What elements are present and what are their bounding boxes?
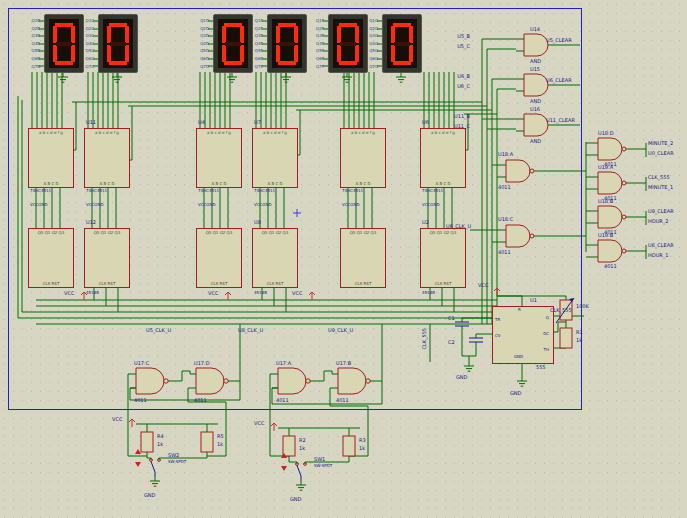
switch-sw2[interactable]	[135, 449, 160, 477]
net-label: U6_CLK_U	[446, 223, 471, 229]
switch-value: SW-SPDT	[314, 463, 332, 468]
net-label: U5_CLK_U	[146, 327, 171, 333]
net-label: U11_C	[442, 123, 470, 129]
net-label: MINUTE_1	[648, 184, 673, 190]
hidden-power-pins-label: VCCGND	[198, 202, 216, 207]
schematic-canvas[interactable]: Q1B Q2B Q3B Q4B Q5B Q6B Q7B Q1C Q2C Q3C …	[0, 0, 687, 518]
gate-ref: U18:A	[498, 151, 513, 157]
resistor-r2[interactable]	[283, 436, 295, 456]
ic-pin-row: A B C D	[85, 181, 129, 186]
seven-segment-display-2[interactable]	[98, 14, 138, 73]
nand-gate-u18b[interactable]	[590, 206, 638, 228]
gate-ref: U19:B	[598, 232, 613, 238]
nand-gate-u19b[interactable]	[590, 240, 638, 262]
gate-ref: U17:D	[194, 360, 210, 366]
ic-decoder-6[interactable]: a b c d e f gA B C D	[420, 128, 466, 188]
potentiometer-value: 100K	[576, 303, 589, 309]
gate-value: 4011	[498, 249, 511, 255]
ic-pin-row: A B C D	[341, 181, 385, 186]
gate-ref: U14	[530, 26, 540, 32]
ic-pin-row: Q0 Q1 Q2 Q3	[421, 230, 465, 235]
ic-counter-3[interactable]: Q0 Q1 Q2 Q3CLK RST	[196, 228, 242, 288]
ic-pin-row: Q0 Q1 Q2 Q3	[253, 230, 297, 235]
digit-zero-icon	[274, 21, 300, 67]
decoder-value: 74HC4511	[86, 188, 107, 193]
net-label: U11_CLEAR	[546, 117, 575, 123]
vcc-label: VCC	[478, 282, 488, 288]
vcc-label: VCC	[254, 420, 264, 426]
ic-pin-row: CLK RST	[197, 281, 241, 286]
ic-pin-row: a b c d e f g	[341, 130, 385, 135]
gate-ref: U17:C	[134, 360, 149, 366]
ic-decoder-1[interactable]: a b c d e f gA B C D	[28, 128, 74, 188]
display-screen	[103, 19, 133, 68]
ic-pin-row: CLK RST	[29, 281, 73, 286]
vcc-label: VCC	[64, 290, 74, 296]
net-label: U6_CLEAR	[546, 77, 572, 83]
timer-pins-right: Q DC TH	[531, 310, 549, 358]
gate-value: AND	[530, 58, 541, 64]
ic-counter-6[interactable]: Q0 Q1 Q2 Q3CLK RST	[420, 228, 466, 288]
nand-gate-u18a[interactable]	[498, 160, 546, 182]
nand-gate-u17c[interactable]	[130, 368, 178, 394]
nand-gate-u18d[interactable]	[590, 138, 638, 160]
ic-pin-row: A B C D	[197, 181, 241, 186]
ic-decoder-4[interactable]: a b c d e f gA B C D	[252, 128, 298, 188]
gate-value: 4011	[134, 397, 147, 403]
hidden-power-pins-label: VCCGND	[254, 202, 272, 207]
display-screen	[387, 19, 417, 68]
ic-pin-row: A B C D	[421, 181, 465, 186]
capacitor-ref: C1	[448, 315, 455, 321]
resistor-ref: R5	[217, 433, 224, 439]
ic-counter-1[interactable]: Q0 Q1 Q2 Q3CLK RST	[28, 228, 74, 288]
gate-ref: U15	[530, 66, 540, 72]
gate-ref: U18:D	[598, 130, 614, 136]
capacitor-c2[interactable]	[469, 338, 483, 342]
switch-sw1[interactable]	[281, 453, 306, 481]
resistor-r5[interactable]	[201, 432, 213, 452]
seven-segment-display-4[interactable]	[267, 14, 307, 73]
nand-gate-u18c[interactable]	[498, 225, 546, 247]
decoder-ref: U7	[254, 119, 261, 125]
ic-pin-row: Q0 Q1 Q2 Q3	[197, 230, 241, 235]
display-pin-labels: Q1C Q2C Q3C Q4C Q5C Q6C Q7C	[74, 17, 94, 70]
nand-gate-u19a[interactable]	[590, 172, 638, 194]
net-label: U6_CLEAR	[648, 242, 674, 248]
switch-ref: SW1	[314, 456, 325, 462]
counter-ref: U2	[422, 219, 429, 225]
net-label: U9_CLEAR	[648, 208, 674, 214]
nand-gate-u17d[interactable]	[190, 368, 238, 394]
net-label: U6_B	[442, 73, 470, 79]
switch-actuator-icon[interactable]	[135, 449, 141, 467]
nand-gate-u17a[interactable]	[272, 368, 320, 394]
ic-counter-5[interactable]: Q0 Q1 Q2 Q3CLK RST	[340, 228, 386, 288]
decoder-value: 74HC4511	[30, 188, 51, 193]
resistor-r3[interactable]	[343, 436, 355, 456]
ic-pin-row: a b c d e f g	[421, 130, 465, 135]
ic-decoder-3[interactable]: a b c d e f gA B C D	[196, 128, 242, 188]
nand-gate-u17b[interactable]	[332, 368, 380, 394]
vcc-label: VCC	[292, 290, 302, 296]
gate-value: AND	[530, 98, 541, 104]
seven-segment-display-6[interactable]	[382, 14, 422, 73]
ic-counter-2[interactable]: Q0 Q1 Q2 Q3CLK RST	[84, 228, 130, 288]
capacitor-ref: C2	[448, 339, 455, 345]
display-pin-labels: Q1F Q2F Q3F Q4F Q5F Q6F Q7F	[304, 17, 324, 70]
decoder-value: 74HC4511	[342, 188, 363, 193]
decoder-value: 74HC4511	[198, 188, 219, 193]
ic-decoder-5[interactable]: a b c d e f gA B C D	[340, 128, 386, 188]
resistor-r1[interactable]	[560, 328, 572, 348]
ic-pin-row: CLK RST	[341, 281, 385, 286]
gate-ref: U18:C	[498, 216, 513, 222]
resistor-r4[interactable]	[141, 432, 153, 452]
net-label: U9_CLK_U	[328, 327, 353, 333]
switch-value: SW-SPDT	[168, 459, 186, 464]
display-pin-labels: Q1B Q2B Q3B Q4B Q5B Q6B Q7B	[20, 17, 40, 70]
gate-value: 4011	[276, 397, 289, 403]
ic-pin-row: Q0 Q1 Q2 Q3	[341, 230, 385, 235]
ic-pin-row: CLK RST	[421, 281, 465, 286]
ic-decoder-2[interactable]: a b c d e f gA B C D	[84, 128, 130, 188]
net-label: U5_C	[442, 43, 470, 49]
net-label: CLK_555	[421, 328, 427, 350]
ic-counter-4[interactable]: Q0 Q1 Q2 Q3CLK RST	[252, 228, 298, 288]
